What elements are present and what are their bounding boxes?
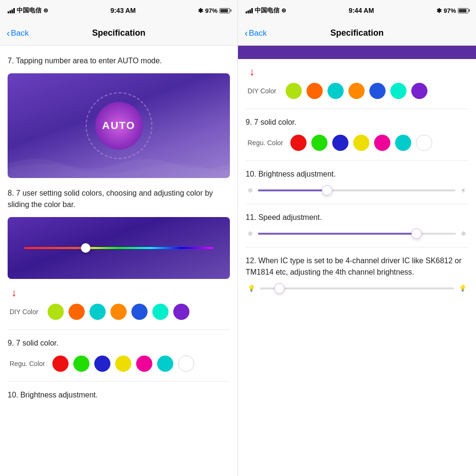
diy-color-dot-6[interactable] [152,304,169,320]
back-button-right[interactable]: ‹ Back [245,28,267,39]
auto-circle-inner: AUTO [95,102,143,149]
regu-color-label-left: Regu. Color [10,360,48,367]
brightness-slider-thumb[interactable] [322,185,332,196]
battery-pct-left: 97% [205,7,218,14]
diy-color-dot-r6[interactable] [390,83,407,99]
regu-color-dot-r2[interactable] [311,135,327,151]
auto-label: AUTO [102,119,136,132]
status-bar-right: 中国电信 ⊜ 9:44 AM ✱ 97% [238,0,476,21]
regu-color-dot-3[interactable] [94,356,110,372]
diy-color-dot-4[interactable] [110,304,127,320]
diy-color-dot-r3[interactable] [327,83,344,99]
diy-color-row-left: DIY Color [8,304,230,320]
divider-r4 [246,247,468,248]
diy-color-dot-r4[interactable] [348,83,365,99]
ch4-slider-thumb[interactable] [274,283,285,294]
ch4-slider-track[interactable] [260,288,454,289]
auto-circle-outer: AUTO [86,92,152,159]
step8-text: 8. 7 user setting solid colors, choosing… [8,188,230,210]
status-right-left: ✱ 97% [198,7,230,14]
back-label-left: Back [11,29,29,38]
regu-color-dot-r3[interactable] [332,135,348,151]
diy-color-row-right: DIY Color [246,83,468,99]
ch4-low-icon: 💡 [248,285,255,292]
red-arrow-left: ↓ [11,287,230,299]
regu-color-dot-r7[interactable] [416,135,432,151]
colorbar-thumb [81,243,90,253]
brightness-slider-row[interactable]: ❄ ☀ [246,187,468,194]
battery-icon-right [458,8,468,13]
wifi-icon-left: ⊜ [43,7,48,14]
auto-mode-image: AUTO [8,73,230,178]
diy-color-label-left: DIY Color [10,308,43,316]
brightness-low-icon: ❄ [248,187,253,194]
colorbar-track [24,247,213,249]
regu-color-dot-2[interactable] [73,356,89,372]
regu-color-dot-5[interactable] [136,356,152,372]
speed-slider-thumb[interactable] [411,228,422,239]
diy-color-dot-3[interactable] [89,304,106,320]
speed-slider-row[interactable]: ❄ ❄ [246,230,468,238]
regu-color-dot-r6[interactable] [395,135,411,151]
regu-color-label-right: Regu. Color [248,139,286,147]
page-title-right: Specification [330,28,384,38]
brightness-slider-fill [258,189,327,191]
diy-color-label-right: DIY Color [248,87,281,95]
signal-icon [8,8,15,13]
regu-color-dot-6[interactable] [157,356,173,372]
regu-color-row-right: Regu. Color [246,135,468,151]
diy-color-dot-7[interactable] [173,304,189,320]
regu-color-dot-r1[interactable] [290,135,307,151]
regu-color-row-left: Regu. Color [8,356,230,372]
chevron-left-icon-left: ‹ [7,28,10,39]
back-button-left[interactable]: ‹ Back [7,28,29,39]
time-right: 9:44 AM [348,7,374,14]
battery-pct-right: 97% [444,7,456,14]
diy-color-dot-5[interactable] [131,304,148,320]
colorbar-red-section [24,248,81,249]
divider-r1 [246,109,468,109]
regu-color-dot-r4[interactable] [353,135,369,151]
nav-bar-left: ‹ Back Specification [0,21,238,46]
step10-text: 10. Brightness adjustment. [8,389,230,401]
brightness-slider-track[interactable] [258,189,456,191]
diy-color-dot-r7[interactable] [411,83,427,99]
speed-slider-track[interactable] [258,233,456,235]
bluetooth-icon-right: ✱ [436,7,442,14]
left-panel: 中国电信 ⊜ 9:43 AM ✱ 97% ‹ Back Specificatio… [0,0,238,476]
step7-text: 7. Tapping number area to enter AUTO mod… [8,55,230,67]
time-left: 9:43 AM [110,7,136,14]
ch4-high-icon: 💡 [459,285,466,292]
diy-color-dot-r2[interactable] [307,83,323,99]
status-left-right: 中国电信 ⊜ [246,6,286,15]
regu-color-dot-4[interactable] [115,356,131,372]
divider-r3 [246,204,468,204]
chevron-left-icon-right: ‹ [245,28,248,39]
back-label-right: Back [249,29,267,38]
divider-2 [8,381,230,382]
nav-bar-right: ‹ Back Specification [238,21,476,46]
battery-icon-left [219,8,230,13]
diy-color-dot-r5[interactable] [369,83,386,99]
step10-text-right: 10. Brightness adjustment. [246,169,468,180]
speed-high-icon: ❄ [461,230,466,238]
status-left: 中国电信 ⊜ [8,6,48,15]
regu-color-dot-r5[interactable] [374,135,390,151]
carrier-right: 中国电信 [255,6,279,15]
right-panel: 中国电信 ⊜ 9:44 AM ✱ 97% ‹ Back Specificatio… [238,0,476,476]
status-right-right: ✱ 97% [436,7,468,14]
regu-color-dot-7[interactable] [178,356,194,372]
step9-text: 9. 7 solid color. [8,337,230,349]
ch4-slider-row[interactable]: 💡 💡 [246,285,468,292]
colorbar-image [8,217,230,279]
diy-color-dot-r1[interactable] [286,83,302,99]
diy-color-dot-2[interactable] [69,304,85,320]
red-arrow-right: ↓ [249,66,468,78]
signal-icon-right [246,8,253,13]
content-right[interactable]: ↓ DIY Color 9. 7 solid color. Regu. Colo… [238,59,476,476]
bluetooth-icon-left: ✱ [198,7,203,14]
content-left[interactable]: 7. Tapping number area to enter AUTO mod… [0,46,238,476]
page-title-left: Specification [92,28,145,38]
diy-color-dot-1[interactable] [48,304,64,320]
regu-color-dot-1[interactable] [52,356,69,372]
